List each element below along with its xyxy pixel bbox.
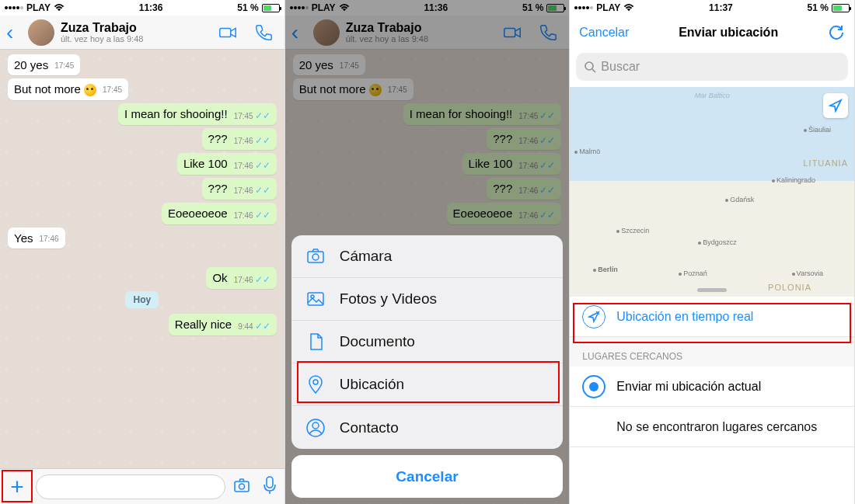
map-city: Gdańsk (725, 196, 754, 203)
signal-icon (574, 6, 593, 9)
compose-bar: + (0, 468, 284, 504)
status-bar: PLAY 11:36 51 % (0, 0, 284, 16)
location-icon (305, 374, 326, 395)
live-location-icon (582, 305, 605, 328)
read-tick-icon: ✓✓ (255, 160, 270, 171)
sheet-handle[interactable] (697, 288, 727, 292)
attach-button[interactable]: + (3, 474, 31, 500)
messages-area[interactable]: 20 yes17:45 But not more 17:45 I mean fo… (0, 50, 284, 468)
mic-button[interactable] (258, 475, 281, 499)
svg-point-2 (239, 484, 244, 489)
svg-point-11 (312, 422, 319, 429)
battery-label: 51 % (237, 2, 258, 13)
refresh-button[interactable] (828, 23, 845, 43)
message-out[interactable]: ???17:46✓✓ (202, 178, 277, 200)
map-sea-label: Mar Baltico (695, 92, 730, 99)
map-country: POLONIA (768, 283, 811, 292)
battery-icon (262, 4, 280, 12)
contact-info[interactable]: Zuza Trabajo últ. vez hoy a las 9:48 (61, 21, 218, 44)
map-city: Berlín (593, 266, 618, 273)
message-in[interactable]: But not more 17:45 (8, 78, 128, 100)
location-nav: Cancelar Enviar ubicación (570, 16, 854, 50)
search-icon (584, 61, 596, 73)
svg-point-9 (313, 380, 318, 384)
option-location[interactable]: Ubicación (291, 363, 564, 406)
read-tick-icon: ✓✓ (255, 321, 270, 332)
svg-rect-1 (235, 481, 249, 492)
document-icon (305, 332, 326, 352)
message-out[interactable]: Like 10017:46✓✓ (177, 153, 277, 175)
read-tick-icon: ✓✓ (255, 185, 270, 196)
message-input[interactable] (36, 474, 225, 499)
current-location-row[interactable]: Enviar mi ubicación actual (570, 367, 854, 407)
signal-icon (5, 6, 23, 9)
emoji-rofl (84, 84, 96, 96)
map-view[interactable]: Mar Baltico Malmö Šiauliai LITUANIA Kali… (570, 87, 854, 297)
pane-location: PLAY 11:37 51 % Cancelar Enviar ubicació… (570, 0, 855, 504)
message-out[interactable]: I mean for shooing!!17:45✓✓ (118, 103, 277, 125)
sheet-cancel[interactable]: Cancelar (291, 455, 564, 498)
map-city: Malmö (574, 148, 600, 155)
status-time: 11:36 (139, 2, 163, 13)
map-country: LITUANIA (803, 158, 848, 168)
camera-icon (305, 246, 326, 266)
svg-point-6 (312, 254, 319, 260)
chat-header: ‹ Zuza Trabajo últ. vez hoy a las 9:48 (0, 16, 284, 50)
camera-button[interactable] (230, 476, 253, 498)
contact-icon (305, 418, 326, 438)
wifi-icon (623, 4, 634, 12)
voice-call-icon[interactable] (253, 23, 274, 43)
pane-sheet: PLAY 11:36 51 % ‹ Zuza Trabajoúlt. vez h… (285, 0, 571, 504)
option-photos[interactable]: Fotos y Videos (291, 278, 564, 321)
screen-title: Enviar ubicación (679, 26, 778, 40)
read-tick-icon: ✓✓ (255, 274, 270, 285)
map-city: Varsovia (792, 269, 823, 277)
message-out[interactable]: Eoeoeoeoe17:46✓✓ (162, 203, 277, 224)
live-location-row[interactable]: Ubicación en tiempo real (570, 297, 854, 337)
radio-selected-icon (582, 375, 605, 398)
read-tick-icon: ✓✓ (255, 110, 270, 121)
search-input[interactable]: Buscar (576, 53, 848, 81)
status-bar: PLAY 11:37 51 % (570, 0, 854, 16)
read-tick-icon: ✓✓ (255, 210, 270, 221)
last-seen: últ. vez hoy a las 9:48 (61, 34, 218, 43)
svg-rect-5 (308, 252, 323, 262)
message-in[interactable]: 20 yes17:45 (8, 54, 80, 75)
pane-chat: PLAY 11:36 51 % ‹ Zuza Trabajo últ. vez … (0, 0, 285, 504)
video-call-icon[interactable] (218, 23, 238, 43)
map-city: Bydgoszcz (698, 238, 737, 246)
map-city: Poznań (679, 269, 707, 277)
action-sheet: Cámara Fotos y Videos Documento Ubicació… (285, 229, 570, 504)
map-city: Kaliningrado (772, 176, 815, 184)
battery-icon (832, 4, 850, 12)
option-document[interactable]: Documento (291, 321, 564, 363)
option-camera[interactable]: Cámara (291, 235, 564, 278)
svg-rect-3 (267, 477, 273, 488)
svg-rect-0 (219, 28, 230, 36)
option-contact[interactable]: Contacto (291, 406, 564, 449)
locate-me-button[interactable] (823, 93, 848, 118)
message-out[interactable]: Really nice9:44✓✓ (169, 314, 277, 335)
svg-rect-7 (308, 293, 323, 305)
contact-name: Zuza Trabajo (61, 21, 218, 35)
cancel-button[interactable]: Cancelar (579, 26, 629, 40)
nearby-section-header: LUGARES CERCANOS (570, 337, 854, 367)
photos-icon (305, 289, 326, 309)
no-results-row: No se encontraron lugares cercanos (570, 407, 854, 447)
wifi-icon (54, 4, 65, 12)
back-button[interactable]: ‹ (6, 20, 22, 45)
message-out[interactable]: ???17:46✓✓ (202, 128, 277, 150)
avatar[interactable] (28, 19, 54, 46)
map-city: Szczecin (616, 227, 649, 235)
date-divider: Hoy (8, 292, 277, 306)
message-in[interactable]: Yes17:46 (8, 228, 65, 249)
map-city: Šiauliai (804, 126, 831, 134)
carrier-label: PLAY (26, 2, 51, 13)
read-tick-icon: ✓✓ (255, 135, 270, 146)
svg-point-12 (585, 62, 593, 70)
message-out[interactable]: Ok17:46✓✓ (206, 267, 276, 289)
